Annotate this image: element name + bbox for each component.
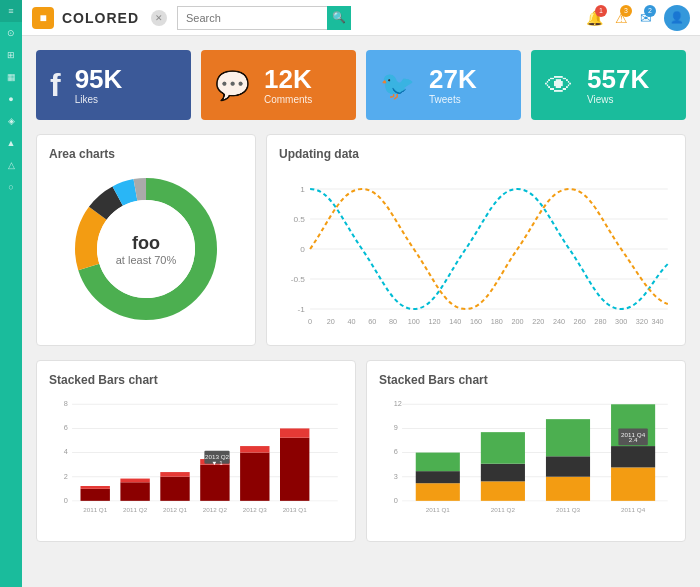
close-button[interactable]: ✕ [151, 10, 167, 26]
stat-card-facebook: f 95K Likes [36, 50, 191, 120]
svg-text:2012 Q3: 2012 Q3 [243, 507, 268, 513]
svg-text:60: 60 [368, 318, 376, 326]
sidebar-dot-icon[interactable]: ● [0, 88, 22, 110]
svg-text:0.5: 0.5 [293, 215, 305, 224]
svg-text:12: 12 [394, 401, 402, 408]
svg-rect-79 [481, 464, 525, 482]
svg-text:2011 Q4: 2011 Q4 [621, 507, 646, 513]
area-chart-title: Area charts [49, 147, 243, 161]
svg-text:40: 40 [348, 318, 356, 326]
donut-label: foo at least 70% [116, 233, 177, 266]
facebook-value: 95K [75, 66, 123, 92]
avatar[interactable]: 👤 [664, 5, 690, 31]
svg-text:260: 260 [574, 318, 586, 326]
svg-text:2013 Q1: 2013 Q1 [283, 507, 308, 513]
twitter-label: Tweets [429, 94, 477, 105]
sidebar-chart-icon[interactable]: ▦ [0, 66, 22, 88]
svg-text:2011 Q2: 2011 Q2 [491, 507, 515, 513]
notification-message-icon[interactable]: ✉ 2 [640, 9, 652, 27]
svg-rect-85 [611, 446, 655, 467]
sidebar-grid-icon[interactable]: ⊞ [0, 44, 22, 66]
svg-text:2: 2 [64, 473, 68, 480]
notification-bell-icon[interactable]: 🔔 1 [586, 9, 603, 27]
svg-text:120: 120 [428, 318, 440, 326]
content-area: f 95K Likes 💬 12K Comments 🐦 27K Tweets [22, 36, 700, 587]
svg-text:0: 0 [394, 497, 398, 504]
search-input[interactable] [177, 6, 327, 30]
svg-text:3: 3 [394, 473, 398, 480]
svg-rect-46 [120, 482, 149, 501]
svg-rect-45 [81, 486, 110, 489]
stat-card-twitter: 🐦 27K Tweets [366, 50, 521, 120]
svg-rect-78 [481, 481, 525, 501]
svg-text:320: 320 [636, 318, 648, 326]
views-label: Views [587, 94, 649, 105]
donut-container: foo at least 70% [49, 169, 243, 329]
donut-center-label: foo [116, 233, 177, 254]
svg-text:20: 20 [327, 318, 335, 326]
main-content: ■ COLORED ✕ 🔍 🔔 1 ⚠ 3 ✉ 2 👤 [22, 0, 700, 587]
area-chart-box: Area charts [36, 134, 256, 346]
svg-rect-49 [160, 472, 189, 477]
svg-text:220: 220 [532, 318, 544, 326]
svg-text:0: 0 [308, 318, 312, 326]
sidebar-circle-icon[interactable]: ○ [0, 176, 22, 198]
notification-alert-icon[interactable]: ⚠ 3 [615, 9, 628, 27]
svg-rect-77 [416, 453, 460, 472]
svg-rect-58 [280, 428, 309, 437]
sidebar-map-icon[interactable]: ◈ [0, 110, 22, 132]
svg-rect-80 [481, 432, 525, 464]
svg-text:4: 4 [64, 449, 68, 456]
svg-text:2011 Q1: 2011 Q1 [83, 507, 108, 513]
sidebar-home-icon[interactable]: ⊙ [0, 22, 22, 44]
search-button[interactable]: 🔍 [327, 6, 351, 30]
svg-rect-50 [200, 465, 229, 501]
svg-rect-81 [546, 477, 590, 501]
svg-rect-48 [160, 477, 189, 501]
svg-rect-47 [120, 479, 149, 483]
svg-text:300: 300 [615, 318, 627, 326]
svg-text:80: 80 [389, 318, 397, 326]
views-value: 557K [587, 66, 649, 92]
stat-card-views: 👁 557K Views [531, 50, 686, 120]
facebook-label: Likes [75, 94, 123, 105]
svg-text:2012 Q2: 2012 Q2 [203, 507, 227, 513]
svg-rect-76 [416, 471, 460, 483]
search-area: 🔍 [177, 6, 377, 30]
sidebar-menu-icon[interactable]: ≡ [0, 0, 22, 22]
svg-text:6: 6 [394, 449, 398, 456]
stat-card-comments: 💬 12K Comments [201, 50, 356, 120]
twitter-icon: 🐦 [380, 69, 415, 102]
svg-text:▼ 1: ▼ 1 [211, 460, 223, 466]
stacked-bars-2: Stacked Bars chart 12 9 6 3 0 [366, 360, 686, 542]
svg-rect-75 [416, 483, 460, 501]
svg-rect-82 [546, 456, 590, 476]
line-chart-box: Updating data 1 0.5 0 -0.5 -1 0 2 [266, 134, 686, 346]
svg-text:200: 200 [511, 318, 523, 326]
sidebar: ≡ ⊙ ⊞ ▦ ● ◈ ▲ △ ○ [0, 0, 22, 587]
svg-rect-44 [81, 489, 110, 501]
sidebar-delta-icon[interactable]: △ [0, 154, 22, 176]
svg-text:160: 160 [470, 318, 482, 326]
svg-text:6: 6 [64, 425, 68, 432]
stacked-bars-1-svg: 8 6 4 2 0 [49, 395, 343, 525]
svg-text:240: 240 [553, 318, 565, 326]
comments-value: 12K [264, 66, 312, 92]
stacked-bars-2-title: Stacked Bars chart [379, 373, 673, 387]
stacked-bars-1-title: Stacked Bars chart [49, 373, 343, 387]
svg-text:340: 340 [651, 318, 663, 326]
svg-text:-0.5: -0.5 [291, 275, 306, 284]
twitter-value: 27K [429, 66, 477, 92]
topbar-right: 🔔 1 ⚠ 3 ✉ 2 👤 [586, 5, 690, 31]
comments-icon: 💬 [215, 69, 250, 102]
charts-row: Area charts [36, 134, 686, 346]
svg-rect-55 [240, 453, 269, 501]
line-chart-title: Updating data [279, 147, 673, 161]
sidebar-triangle-icon[interactable]: ▲ [0, 132, 22, 154]
svg-text:9: 9 [394, 425, 398, 432]
svg-text:-1: -1 [298, 305, 306, 314]
svg-text:2011 Q2: 2011 Q2 [123, 507, 147, 513]
svg-text:2.4: 2.4 [629, 438, 638, 444]
svg-text:180: 180 [491, 318, 503, 326]
svg-rect-56 [240, 446, 269, 453]
